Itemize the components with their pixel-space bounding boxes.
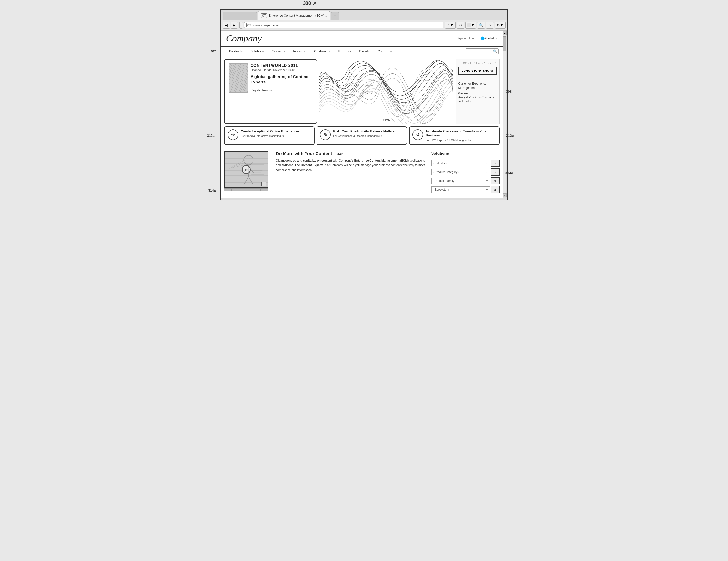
label-314c: 314c [505, 171, 513, 175]
hero-right-gartner: Gartner. [458, 92, 470, 95]
product-category-select[interactable]: - Product Category - [431, 169, 490, 175]
scroll-down-arrow[interactable]: ▼ [503, 193, 507, 197]
lower-section: 314a [224, 148, 500, 195]
solution-row-product-category: - Product Category - » [431, 168, 500, 176]
hero-right-item1: Customer Experience Management [458, 82, 497, 90]
nav-item-services[interactable]: Services [268, 47, 289, 56]
scroll-up-arrow[interactable]: ▲ [503, 31, 507, 35]
hero-wave-graphic: .wave-line { fill: none; stroke: #333; s… [319, 59, 453, 124]
view-button[interactable]: ⬜▼ [465, 22, 476, 29]
scroll-track[interactable] [503, 35, 506, 193]
browser-bottom [221, 198, 507, 200]
ecosystem-select[interactable]: - Ecosystem - [431, 187, 490, 193]
solution-row-product-family: - Product Family - » [431, 177, 500, 185]
feature-subtitle-2: For Governance & Records Managers >> [333, 134, 395, 138]
forward-button[interactable]: ▶ [231, 22, 238, 29]
lower-left-panel: 314a [224, 151, 273, 195]
header-divider: | [476, 37, 477, 40]
industry-go-btn[interactable]: » [491, 160, 500, 167]
nav-search-icon[interactable]: 🔍 [493, 49, 497, 53]
address-bar: ◀ ▶ ▼ OT www.company.com ☆▼ ↺ ⬜▼ 🔍 ⌂ ⚙▼ [221, 20, 507, 31]
nav-item-solutions[interactable]: Solutions [246, 47, 268, 56]
signin-link[interactable]: Sign In / Join [457, 37, 474, 40]
feature-subtitle-1: For Brand & Interactive Marketing >> [241, 134, 300, 138]
label-307: 307 [211, 49, 216, 53]
website-content: ▲ ▼ Company Sign In / Join | 🌐 Global ▼ … [221, 31, 507, 198]
nav-item-company[interactable]: Company [373, 47, 396, 56]
product-family-select[interactable]: - Product Family - [431, 178, 490, 184]
product-category-go-btn[interactable]: » [491, 168, 500, 176]
hero-right-btn[interactable]: LONG STORY SHORT [458, 67, 497, 75]
tab-inactive[interactable] [223, 12, 257, 20]
hero-register-link[interactable]: Register Now >> [251, 89, 272, 92]
product-category-select-wrapper: - Product Category - [431, 169, 490, 175]
solution-row-ecosystem: - Ecosystem - » [431, 186, 500, 193]
video-container[interactable]: ▶ [224, 151, 268, 188]
nav-search-input[interactable] [467, 50, 492, 53]
nav-item-products[interactable]: Products [225, 47, 246, 56]
search-button[interactable]: 🔍 [477, 22, 485, 29]
feature-card-2[interactable]: ↻ Risk. Cost. Productivity. Balance Matt… [317, 126, 407, 145]
nav-bar: 307 Products Solutions Services Innovate… [221, 46, 503, 56]
nav-dropdown[interactable]: ▼ [239, 22, 243, 29]
solution-row-industry: - Industry - » [431, 160, 500, 167]
nav-search-box: 🔍 [466, 48, 499, 54]
tab-active[interactable]: OT Enterprise Content Management (ECM)..… [258, 11, 330, 20]
toolbar-icons: ☆▼ ↺ ⬜▼ 🔍 ⌂ ⚙▼ [445, 22, 506, 29]
favorites-button[interactable]: ☆▼ [445, 22, 456, 29]
tab-icon: OT [261, 13, 267, 18]
refresh-button[interactable]: ↺ [457, 22, 464, 29]
hero-right-gartner-sub: Analyst Positions Company as Leader [458, 96, 494, 103]
label-312a: 312a [207, 134, 215, 138]
nav-item-events[interactable]: Events [355, 47, 373, 56]
feature-cards-row: 312a 312c ⇔ Create Exceptional Online Ex… [224, 126, 500, 145]
tab-title: Enterprise Content Management (ECM)... [268, 14, 327, 17]
hero-right-panel: CONTENTWORLD 2011 LONG STORY SHORT → ~~~… [456, 59, 500, 124]
site-header: Company Sign In / Join | 🌐 Global ▼ [221, 31, 503, 46]
nav-item-partners[interactable]: Partners [334, 47, 355, 56]
hero-left-panel: CONTENTWORLD 2011 Orlando, Florida, Nove… [224, 59, 317, 124]
feature-title-2: Risk. Cost. Productivity. Balance Matter… [333, 129, 395, 134]
nav-buttons-group: ◀ ▶ [223, 22, 238, 29]
feature-text-3: Accelerate Processes to Transform Your B… [426, 129, 496, 142]
svg-point-0 [244, 156, 253, 165]
label-314a: 314a [208, 188, 216, 192]
hero-right-title: CONTENTWORLD 2011 [458, 62, 497, 65]
home-button[interactable]: ⌂ [486, 22, 494, 29]
industry-select-wrapper: - Industry - [431, 160, 490, 167]
label-312b: 312b [383, 118, 390, 122]
address-box: OT www.company.com [244, 22, 443, 28]
tools-button[interactable]: ⚙▼ [495, 22, 506, 29]
video-play-button[interactable]: ▶ [242, 165, 251, 174]
browser-tabs-bar: OT Enterprise Content Management (ECM)..… [221, 10, 507, 20]
global-label: Global ▼ [485, 37, 498, 40]
feature-icon-2: ↻ [320, 129, 331, 140]
product-family-go-btn[interactable]: » [491, 177, 500, 185]
scroll-thumb[interactable] [503, 36, 506, 51]
back-button[interactable]: ◀ [223, 22, 230, 29]
hero-thumbnail [229, 63, 248, 93]
svg-line-4 [244, 177, 248, 185]
hero-right-btn-arrow: → ~~~ [458, 76, 497, 79]
header-right: Sign In / Join | 🌐 Global ▼ [457, 36, 497, 40]
feature-title-1: Create Exceptional Online Experiences [241, 129, 300, 134]
nav-item-customers[interactable]: Customers [310, 47, 335, 56]
company-logo[interactable]: Company [226, 33, 262, 44]
feature-card-3[interactable]: ↺ Accelerate Processes to Transform Your… [409, 126, 500, 145]
address-icon: OT [246, 23, 252, 27]
industry-select[interactable]: - Industry - [431, 160, 490, 167]
main-content: 308 CONTENTWORLD 2011 Orlando, Florida, … [221, 56, 503, 198]
nav-item-innovate[interactable]: Innovate [289, 47, 310, 56]
feature-subtitle-3: For BPM Experts & LOB Managers >> [426, 138, 496, 142]
feature-text-1: Create Exceptional Online Experiences Fo… [241, 129, 300, 138]
global-selector[interactable]: 🌐 Global ▼ [480, 36, 498, 40]
solutions-title: Solutions [431, 151, 500, 157]
tab-new-button[interactable]: + [331, 12, 339, 20]
video-thumbnail-icon [261, 182, 266, 186]
globe-icon: 🌐 [480, 36, 485, 40]
video-progress-bar[interactable] [224, 188, 268, 191]
lower-middle-panel: Do More with Your Content 314b Claim, co… [276, 151, 428, 195]
feature-card-1[interactable]: ⇔ Create Exceptional Online Experiences … [224, 126, 315, 145]
svg-line-5 [248, 177, 253, 185]
ecosystem-go-btn[interactable]: » [491, 186, 500, 193]
